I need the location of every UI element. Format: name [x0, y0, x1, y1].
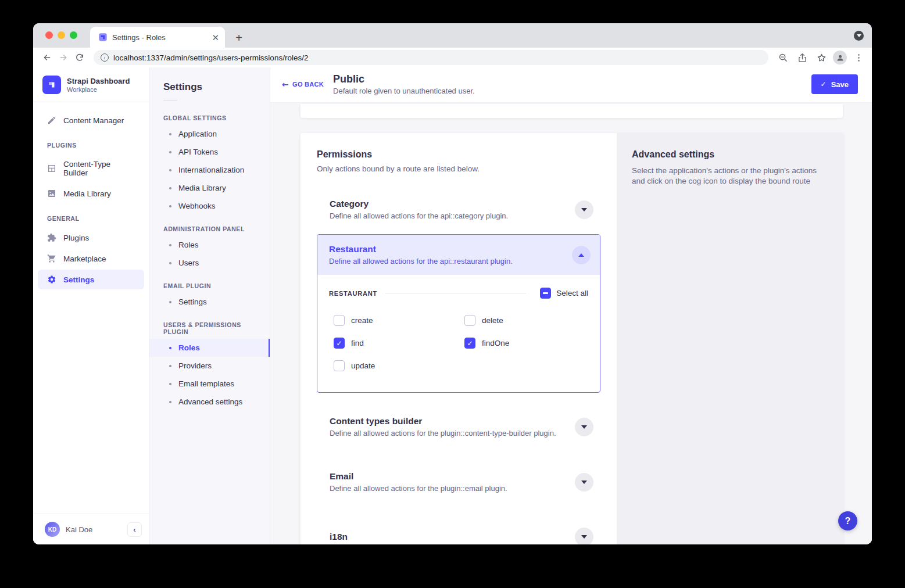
- gear-icon: [47, 275, 56, 284]
- accordion-title: Restaurant: [329, 244, 565, 254]
- user-name: Kai Doe: [66, 525, 121, 534]
- sidebar-item-marketplace[interactable]: Marketplace: [38, 249, 144, 268]
- scroll-area[interactable]: Permissions Only actions bound by a rout…: [270, 103, 872, 544]
- url-bar[interactable]: i localhost:1337/admin/settings/users-pe…: [94, 50, 768, 65]
- checkbox-label: find: [351, 339, 364, 347]
- minimize-window-button[interactable]: [58, 31, 65, 39]
- save-button-label: Save: [831, 80, 849, 89]
- bullet-icon: [169, 383, 171, 385]
- checkbox-label: delete: [482, 316, 503, 325]
- tab-close-icon[interactable]: ✕: [212, 33, 219, 42]
- chevron-down-icon: [581, 208, 587, 214]
- select-all-control[interactable]: Select all: [540, 288, 588, 299]
- puzzle-icon: [47, 233, 56, 242]
- expand-i18n-button[interactable]: [575, 528, 593, 544]
- subnav-group-email-plugin: EMAIL PLUGIN: [149, 272, 270, 293]
- browser-profile-avatar[interactable]: [833, 51, 847, 64]
- workspace-switcher[interactable]: Strapi Dashboard Workplace: [33, 67, 149, 102]
- sidebar-item-media-library[interactable]: Media Library: [38, 184, 144, 203]
- picture-icon: [47, 189, 56, 198]
- subnav-item-media-library[interactable]: Media Library: [149, 179, 270, 197]
- subnav-item-label: Roles: [178, 343, 200, 352]
- bookmark-star-icon[interactable]: [814, 50, 829, 65]
- expand-email-button[interactable]: [575, 473, 593, 492]
- url-text: localhost:1337/admin/settings/users-perm…: [113, 53, 308, 62]
- user-avatar[interactable]: KD: [45, 522, 60, 537]
- subnav-item-label: Application: [178, 130, 217, 138]
- accordion-i18n[interactable]: i18n: [317, 517, 600, 544]
- find-checkbox[interactable]: [334, 338, 345, 349]
- collapse-restaurant-button[interactable]: [572, 246, 591, 264]
- subnav-item-admin-users[interactable]: Users: [149, 254, 270, 272]
- main-content: ← GO BACK Public Default role given to u…: [270, 67, 872, 544]
- permissions-title: Permissions: [317, 149, 600, 160]
- permissions-subtitle: Only actions bound by a route are listed…: [317, 164, 600, 173]
- subnav-item-email-templates[interactable]: Email templates: [149, 375, 270, 393]
- go-back-link[interactable]: ← GO BACK: [282, 80, 324, 89]
- accordion-desc: Define all allowed actions for the plugi…: [330, 484, 568, 493]
- expand-content-types-builder-button[interactable]: [575, 418, 593, 436]
- zoom-page-icon[interactable]: [775, 50, 790, 65]
- subnav-item-up-roles[interactable]: Roles: [149, 339, 270, 357]
- subnav-item-advanced-settings[interactable]: Advanced settings: [149, 393, 270, 411]
- restaurant-header[interactable]: Restaurant Define all allowed actions fo…: [317, 235, 600, 275]
- chrome-menu-icon[interactable]: [851, 50, 866, 65]
- checkbox-label: findOne: [482, 339, 509, 347]
- accordion-email[interactable]: Email Define all allowed actions for the…: [317, 461, 600, 503]
- subnav-item-admin-roles[interactable]: Roles: [149, 236, 270, 254]
- page-info-icon[interactable]: i: [101, 53, 109, 62]
- findone-checkbox[interactable]: [464, 338, 475, 349]
- permission-create[interactable]: create: [334, 315, 464, 326]
- sidebar-item-content-type-builder[interactable]: Content-Type Builder: [38, 155, 144, 182]
- accordion-category[interactable]: Category Define all allowed actions for …: [317, 188, 600, 231]
- close-window-button[interactable]: [45, 31, 53, 39]
- new-tab-button[interactable]: +: [231, 30, 247, 46]
- select-all-checkbox[interactable]: [540, 288, 551, 299]
- sidebar-item-settings[interactable]: Settings: [38, 270, 144, 289]
- accordion-desc: Define all allowed actions for the api::…: [330, 211, 568, 220]
- expand-category-button[interactable]: [575, 200, 593, 219]
- sidebar-section-general: GENERAL: [33, 205, 149, 227]
- subnav-item-email-settings[interactable]: Settings: [149, 293, 270, 311]
- sidebar-item-content-manager[interactable]: Content Manager: [38, 110, 144, 130]
- subnav-group-users-permissions-plugin: USERS & PERMISSIONS PLUGIN: [149, 311, 270, 339]
- permission-find[interactable]: find: [334, 338, 464, 349]
- permission-update[interactable]: update: [334, 360, 464, 371]
- bullet-icon: [169, 301, 171, 303]
- accordion-content-types-builder[interactable]: Content types builder Define all allowed…: [317, 406, 600, 448]
- chevron-down-icon: [581, 425, 587, 432]
- help-button[interactable]: ?: [838, 511, 857, 530]
- update-checkbox[interactable]: [334, 360, 345, 371]
- zoom-window-button[interactable]: [70, 31, 77, 39]
- bullet-icon: [169, 151, 171, 153]
- subnav-item-providers[interactable]: Providers: [149, 357, 270, 375]
- reload-button[interactable]: [73, 51, 87, 64]
- subnav-item-application[interactable]: Application: [149, 125, 270, 143]
- role-subtitle: Default role given to unauthenticated us…: [333, 87, 802, 95]
- back-button[interactable]: [40, 51, 54, 64]
- subnav-item-label: Media Library: [178, 184, 226, 192]
- workspace-subtitle: Workplace: [67, 86, 130, 93]
- subnav-item-label: Email templates: [178, 379, 234, 388]
- bullet-icon: [169, 347, 171, 349]
- forward-button[interactable]: [56, 51, 70, 64]
- chrome-chevron-down-icon[interactable]: [854, 31, 864, 41]
- workspace-title: Strapi Dashboard: [67, 77, 130, 86]
- role-title: Public: [333, 73, 802, 85]
- subnav-item-webhooks[interactable]: Webhooks: [149, 197, 270, 215]
- subnav-group-global-settings: GLOBAL SETTINGS: [149, 104, 270, 125]
- sidebar-item-plugins[interactable]: Plugins: [38, 228, 144, 248]
- permission-findone[interactable]: findOne: [464, 338, 588, 349]
- browser-tab[interactable]: Settings - Roles ✕: [90, 27, 225, 48]
- subnav-item-api-tokens[interactable]: API Tokens: [149, 143, 270, 161]
- permission-delete[interactable]: delete: [464, 315, 588, 326]
- accordion-restaurant-expanded: Restaurant Define all allowed actions fo…: [317, 234, 600, 393]
- share-icon[interactable]: [795, 50, 810, 65]
- delete-checkbox[interactable]: [464, 315, 475, 326]
- save-button[interactable]: ✓ Save: [811, 74, 858, 94]
- create-checkbox[interactable]: [334, 315, 345, 326]
- select-all-label: Select all: [556, 289, 588, 297]
- subnav-item-internationalization[interactable]: Internationalization: [149, 161, 270, 179]
- collapse-sidebar-button[interactable]: ‹: [127, 522, 142, 537]
- bullet-icon: [169, 244, 171, 246]
